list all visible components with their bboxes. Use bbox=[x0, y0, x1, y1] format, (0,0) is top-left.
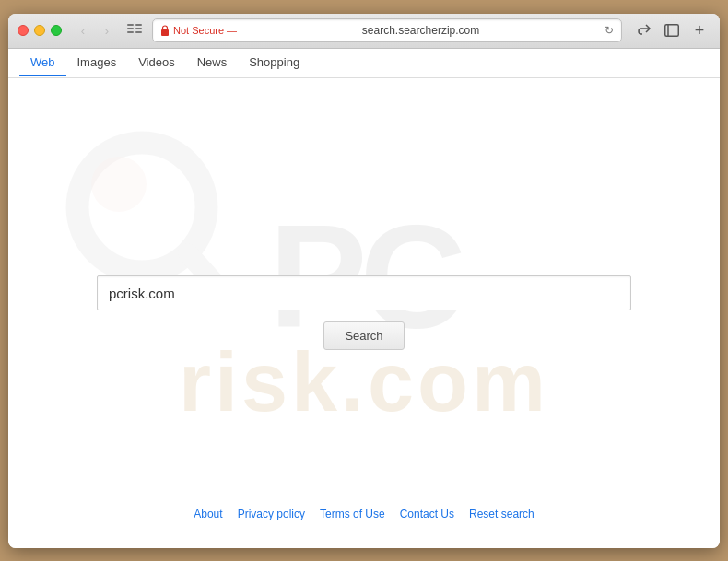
footer-link-contact[interactable]: Contact Us bbox=[400, 508, 454, 520]
back-button[interactable]: ‹ bbox=[73, 20, 93, 41]
svg-rect-1 bbox=[127, 28, 134, 29]
tab-shopping[interactable]: Shopping bbox=[238, 50, 311, 76]
tab-web[interactable]: Web bbox=[19, 50, 66, 76]
not-secure-label: Not Secure — bbox=[160, 25, 237, 36]
toolbar-right: + bbox=[633, 19, 710, 41]
watermark-risk-text: risk.com bbox=[179, 341, 549, 424]
svg-rect-5 bbox=[135, 31, 142, 33]
footer-link-reset[interactable]: Reset search bbox=[469, 508, 534, 520]
tab-images[interactable]: Images bbox=[66, 50, 128, 76]
forward-button[interactable]: › bbox=[97, 20, 117, 41]
reader-button[interactable] bbox=[124, 20, 145, 41]
tab-news[interactable]: News bbox=[186, 50, 239, 76]
footer-link-terms[interactable]: Terms of Use bbox=[320, 508, 385, 520]
minimize-button[interactable] bbox=[34, 25, 45, 36]
svg-point-10 bbox=[91, 157, 147, 212]
svg-rect-2 bbox=[127, 31, 134, 33]
nav-tabs: Web Images Videos News Shopping bbox=[8, 49, 720, 78]
footer-links: About Privacy policy Terms of Use Contac… bbox=[194, 508, 534, 520]
search-button[interactable]: Search bbox=[323, 321, 404, 350]
svg-rect-4 bbox=[135, 28, 142, 29]
svg-rect-7 bbox=[665, 25, 679, 37]
search-input[interactable] bbox=[97, 275, 631, 310]
browser-window: ‹ › Not Secure — bbox=[8, 14, 720, 548]
footer-link-about[interactable]: About bbox=[194, 508, 222, 520]
share-button[interactable] bbox=[633, 19, 655, 41]
main-content: PC risk.com Search About Privacy policy … bbox=[8, 78, 720, 548]
search-area: Search bbox=[97, 275, 631, 350]
sidebar-button[interactable] bbox=[661, 19, 683, 41]
svg-rect-6 bbox=[161, 29, 169, 36]
traffic-lights bbox=[18, 25, 62, 36]
back-icon: ‹ bbox=[81, 24, 85, 38]
footer-link-privacy[interactable]: Privacy policy bbox=[238, 508, 305, 520]
refresh-button[interactable]: ↻ bbox=[605, 24, 614, 37]
close-button[interactable] bbox=[18, 25, 29, 36]
svg-rect-0 bbox=[127, 24, 134, 26]
maximize-button[interactable] bbox=[51, 25, 62, 36]
nav-buttons: ‹ › bbox=[73, 20, 117, 41]
title-bar: ‹ › Not Secure — bbox=[8, 14, 720, 49]
url-text: search.searcherzip.com bbox=[241, 24, 601, 37]
new-tab-button[interactable]: + bbox=[688, 19, 710, 41]
add-tab-icon: + bbox=[695, 22, 705, 39]
tab-videos[interactable]: Videos bbox=[127, 50, 186, 76]
svg-point-9 bbox=[77, 143, 206, 272]
address-bar[interactable]: Not Secure — search.searcherzip.com ↻ bbox=[152, 18, 622, 42]
svg-rect-3 bbox=[135, 24, 142, 26]
forward-icon: › bbox=[105, 24, 109, 38]
